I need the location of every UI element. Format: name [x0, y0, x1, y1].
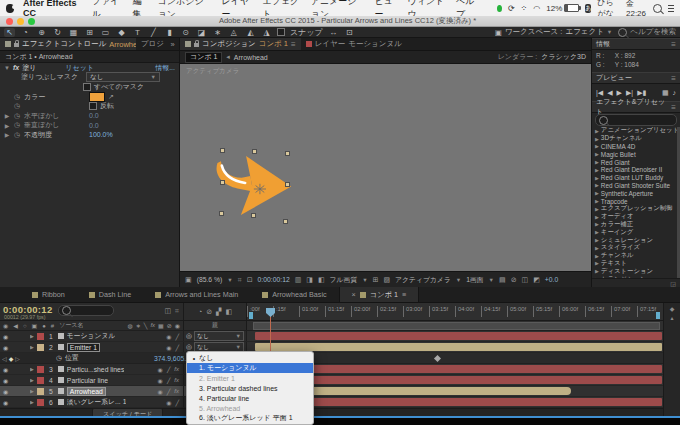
previous-frame-button[interactable]: ◀ [607, 89, 612, 97]
roto-brush-tool-icon[interactable]: ∗ [212, 28, 223, 37]
transparency-grid-icon[interactable]: ▨ [383, 276, 390, 284]
resolution-selector[interactable]: フル画質 [330, 275, 358, 285]
label-column-icon[interactable]: ● [42, 323, 46, 329]
motion-blur-column-icon[interactable]: ⊘ [167, 322, 172, 329]
fx-switch[interactable]: fx [174, 377, 179, 384]
v-feather-value[interactable]: 0.0 [89, 122, 99, 129]
stopwatch-icon[interactable]: ◷ [13, 102, 21, 110]
fx-switch[interactable]: fx [174, 388, 179, 395]
quality-switch[interactable]: ╱ [167, 388, 171, 395]
parent-dropdown-item[interactable]: 4. Particular line [187, 393, 313, 403]
rotate-tool-icon[interactable]: ↻ [52, 28, 63, 37]
hand-tool-icon[interactable]: ◔ [20, 28, 31, 37]
label-color-swatch[interactable] [37, 388, 44, 395]
twirl-right-icon[interactable]: ▶ [30, 377, 34, 383]
opacity-value[interactable]: 100.0% [89, 131, 113, 138]
view-layout-selector[interactable]: 1画面 [466, 275, 483, 285]
stopwatch-icon[interactable]: ◷ [13, 93, 21, 101]
label-color-swatch[interactable] [37, 333, 44, 340]
adjustment-column-icon[interactable]: ◉ [175, 322, 180, 329]
tab-composition[interactable]: コンポジション コンポ 1 ≡ [180, 38, 301, 50]
motion-blur-switch[interactable]: ◉ [157, 366, 162, 373]
effect-category-item[interactable]: ▶Magic Bullet [592, 150, 680, 158]
motion-blur-switch[interactable]: ◉ [166, 399, 171, 406]
status-green-icon[interactable] [497, 5, 502, 12]
fx-column-icon[interactable]: fx [150, 322, 155, 329]
composition-shy-icon[interactable]: ◔ [198, 308, 202, 315]
effect-category-item[interactable]: ▶Red Giant Denoiser II [592, 166, 680, 174]
zoom-window-button[interactable] [28, 18, 35, 25]
panel-menu-icon[interactable]: ≡ [671, 103, 676, 112]
frame-blend-column-icon[interactable]: ▦ [158, 322, 164, 329]
layer-row[interactable]: ◉ ▶ 1 モーションヌル ◉ ╱ fx [0, 331, 680, 342]
show-snapshot-icon[interactable]: ◨ [306, 276, 313, 284]
text-tool-icon[interactable]: T [132, 28, 143, 37]
minimize-window-button[interactable] [17, 18, 24, 25]
solo-column-icon[interactable]: ○ [23, 323, 27, 329]
switches-modes-button[interactable]: スイッチ / モード [92, 408, 163, 416]
reset-link[interactable]: リセット [65, 63, 94, 73]
fast-preview-icon[interactable]: ⊘ [511, 276, 517, 284]
pen-tool-icon[interactable]: ◆ [116, 28, 127, 37]
next-frame-button[interactable]: ▶| [626, 89, 633, 97]
spotlight-icon[interactable] [653, 4, 662, 13]
number-column-label[interactable]: # [51, 323, 54, 329]
timeline-search-box[interactable] [58, 305, 114, 316]
motion-blur-switch[interactable]: ◉ [166, 333, 171, 340]
display-icon[interactable]: ⁘ [521, 4, 528, 13]
info-link[interactable]: 情報... [155, 63, 175, 73]
quality-switch[interactable]: ╱ [175, 333, 179, 340]
eyedropper-icon[interactable]: ↗ [108, 93, 114, 101]
video-column-icon[interactable]: ◉ [3, 322, 8, 329]
layer-handle[interactable] [251, 213, 256, 218]
color-swatch[interactable] [89, 92, 105, 102]
channels-icon[interactable]: ◧ [318, 276, 325, 284]
layer-duration-bar[interactable] [255, 376, 662, 384]
shape-tool-icon[interactable]: ▭ [100, 28, 111, 37]
position-property-row[interactable]: ◁ ◆ ▷ ◷位置 374.9,605.3,86.4 [0, 353, 680, 364]
twirl-right-icon[interactable]: ▶ [4, 112, 10, 119]
parent-dropdown[interactable]: なし▼ [194, 331, 244, 341]
comp-nav-chip[interactable]: コンポ 1 [185, 52, 222, 63]
parent-dropdown-item[interactable]: 6. 淡いグレー系レッド 平面 1 [187, 413, 313, 423]
pick-whip-icon[interactable]: ◎ [186, 332, 192, 340]
effects-presets-header[interactable]: エフェクト&プリセット≡ [592, 101, 680, 113]
eye-icon[interactable]: ◉ [3, 366, 8, 373]
effect-category-item[interactable]: ▶Red Giant LUT Buddy [592, 174, 680, 182]
graph-editor-icon[interactable]: ◧ [225, 308, 232, 316]
pick-whip-icon[interactable]: ◎ [186, 343, 192, 351]
grid-guides-icon[interactable]: ⌗ [238, 276, 242, 284]
lock-icon[interactable] [194, 43, 199, 47]
brush-tool-icon[interactable]: ▮ [164, 28, 175, 37]
work-area-bar[interactable] [253, 322, 660, 330]
view-selector[interactable]: アクティブカメラ [395, 275, 451, 285]
snap-options-icon[interactable]: ↔ [328, 28, 339, 37]
layer-handle[interactable] [285, 182, 290, 187]
layer-name[interactable]: Particular line [67, 377, 108, 384]
fullscreen-icon[interactable]: ⊡ [344, 28, 355, 37]
quality-switch[interactable]: ╱ [175, 399, 179, 406]
zoom-tool-icon[interactable]: ⊕ [36, 28, 47, 37]
layer-handle[interactable] [252, 149, 257, 154]
last-frame-button[interactable]: ▶▮ [637, 89, 646, 97]
quality-switch[interactable]: ╱ [175, 344, 179, 351]
stopwatch-icon[interactable]: ◷ [13, 121, 21, 129]
previous-keyframe-icon[interactable]: ◁ [2, 355, 7, 362]
next-keyframe-icon[interactable]: ▷ [15, 355, 20, 362]
lock-icon[interactable] [14, 43, 19, 47]
stopwatch-icon[interactable]: ◷ [56, 354, 62, 362]
panel-menu-icon[interactable]: ≡ [291, 40, 296, 49]
layer-duration-bar[interactable] [255, 398, 662, 406]
parent-dropdown-item[interactable]: 5. Arrowhead [187, 403, 313, 413]
first-frame-button[interactable]: |◀ [596, 89, 603, 97]
audio-mute-icon[interactable]: ♪ [673, 89, 677, 96]
fx-switch[interactable]: fx [174, 366, 179, 373]
wifi-icon[interactable]: ◠ [533, 4, 540, 13]
parent-dropdown-item[interactable]: • なし [187, 353, 313, 363]
layer-name[interactable]: Emitter 1 [67, 343, 100, 352]
renderer-value[interactable]: クラシック3D [541, 52, 586, 62]
play-button[interactable]: ▶ [617, 89, 622, 97]
label-color-swatch[interactable] [37, 399, 44, 406]
all-masks-checkbox[interactable] [83, 83, 91, 91]
line-tool-icon[interactable]: ╱ [148, 28, 159, 37]
